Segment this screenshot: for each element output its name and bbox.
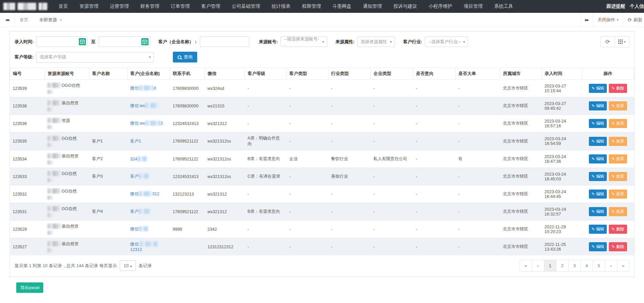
abandon-button[interactable]: ✎放弃 — [609, 119, 627, 128]
page-nav-button[interactable]: » — [617, 260, 629, 272]
refresh-tab-button[interactable]: ⟳ 刷新 — [623, 13, 644, 27]
page-button[interactable]: 1 — [544, 260, 556, 272]
customer-industry-select[interactable]: --选择客户行业-- ▾ — [425, 36, 468, 47]
edit-button[interactable]: ✎编辑 — [589, 207, 607, 216]
nav-item[interactable]: 系统工具 — [488, 3, 519, 9]
nav-item[interactable]: 财务管理 — [135, 3, 165, 9]
edit-button[interactable]: ✎编辑 — [589, 172, 607, 181]
column-header: 是否意向 — [413, 68, 455, 80]
search-button-label: 查询 — [184, 54, 192, 60]
company-link[interactable]: 微信:12312 — [130, 242, 157, 252]
search-button[interactable]: 查询 — [173, 52, 197, 62]
cell-customer-level: - — [245, 238, 286, 256]
abandon-button[interactable]: ✎放弃 — [609, 137, 627, 146]
source-account-label: 来源账号: — [259, 39, 278, 45]
company-link[interactable]: 微信312 — [130, 192, 159, 196]
nav-item[interactable]: 运营管理 — [104, 3, 135, 9]
edit-button[interactable]: ✎编辑 — [589, 154, 607, 163]
source-account-text: GO自然 — [62, 189, 76, 194]
source-attr-select[interactable]: 选择资源属性 ▾ — [357, 36, 395, 47]
redacted-block — [47, 248, 53, 252]
column-header: 企业类型 — [371, 68, 413, 80]
redacted-block — [145, 103, 159, 108]
redacted-block — [139, 174, 149, 179]
customer-level-select[interactable]: 选择客户等级 ▾ — [36, 52, 154, 62]
close-icon[interactable]: ✕ — [59, 18, 63, 22]
calendar-icon[interactable] — [141, 38, 148, 45]
cell-actions: ✎编辑✎放弃 — [582, 150, 634, 168]
customer-company-input[interactable] — [200, 36, 249, 47]
company-link-text: 12312 — [130, 247, 142, 252]
edit-icon: ✎ — [592, 227, 595, 231]
delete-button[interactable]: ✎删除 — [609, 225, 627, 234]
columns-toggle-button[interactable]: ▾ — [615, 36, 629, 47]
company-link[interactable]: 客户 — [130, 209, 151, 214]
page-button[interactable]: 5 — [593, 260, 605, 272]
edit-button[interactable]: ✎编辑 — [589, 225, 607, 234]
company-link[interactable]: 微信:wx2 — [130, 121, 163, 126]
abandon-button[interactable]: ✎放弃 — [609, 172, 627, 181]
company-link[interactable]: 微信:wx — [130, 103, 159, 108]
company-link[interactable]: 客户 — [130, 174, 149, 179]
nav-item[interactable]: 投诉与建议 — [388, 3, 423, 9]
tab[interactable]: 首页 — [14, 13, 34, 27]
nav-item[interactable]: 通知管理 — [357, 3, 388, 9]
edit-button[interactable]: ✎编辑 — [589, 119, 607, 128]
company-link[interactable]: 微信 — [130, 227, 148, 231]
nav-item[interactable]: 客户管理 — [196, 3, 226, 9]
nav-right-item[interactable]: 跟进提醒 — [606, 3, 625, 9]
edit-button[interactable]: ✎编辑 — [589, 137, 607, 146]
company-link[interactable]: 客户1 — [130, 139, 141, 144]
company-link[interactable]: 324 — [130, 157, 147, 161]
tabs-scroll-left-icon[interactable]: ◀◀ — [0, 13, 14, 27]
nav-right-item[interactable]: 个人信息 — [630, 3, 644, 9]
edit-button[interactable]: ✎编辑 — [589, 101, 607, 110]
nav-item[interactable]: 小程序维护 — [423, 3, 458, 9]
nav-item[interactable]: 首页 — [53, 3, 74, 9]
page-button[interactable]: 2 — [556, 260, 569, 272]
edit-button[interactable]: ✎编辑 — [589, 190, 607, 199]
top-nav: 首页资源管理运营管理财务管理订单管理客户管理公司基础管理统计报表权限管理斗墨网盘… — [0, 0, 644, 13]
cell-customer-type: - — [286, 185, 328, 203]
abandon-button[interactable]: ✎放弃 — [609, 154, 627, 163]
column-header: 录入时间 — [542, 68, 582, 80]
delete-button[interactable]: ✎删除 — [609, 242, 627, 251]
tabs: 首页全部资源✕ — [14, 13, 68, 27]
edit-button-label: 编辑 — [596, 85, 604, 91]
page-button[interactable]: 4 — [580, 260, 593, 272]
page-nav-button[interactable]: › — [605, 260, 617, 272]
edit-button[interactable]: ✎编辑 — [589, 84, 607, 93]
page-size-select[interactable]: 10 ▴ — [120, 260, 136, 271]
close-operations-dropdown[interactable]: 关闭操作 ▾ — [593, 13, 623, 27]
nav-item[interactable]: 权限管理 — [296, 3, 327, 9]
page-nav-button[interactable]: ‹ — [532, 260, 544, 272]
cell-is-big-order: - — [456, 168, 500, 185]
cell-enterprise-type: 私人有限责任公司 — [371, 150, 413, 168]
refresh-table-button[interactable]: ⟳ — [601, 36, 615, 47]
tabs-scroll-right-icon[interactable]: ▶▶ — [580, 13, 593, 27]
nav-item[interactable]: 资源管理 — [74, 3, 104, 9]
nav-item[interactable]: 公司基础管理 — [226, 3, 266, 9]
abandon-button[interactable]: ✎放弃 — [609, 190, 627, 199]
cell-industry-type: - — [328, 203, 370, 221]
delete-button[interactable]: ✎删除 — [609, 84, 627, 93]
abandon-button[interactable]: ✎放弃 — [609, 101, 627, 110]
calendar-icon[interactable] — [79, 38, 86, 45]
nav-item[interactable]: 项目管理 — [458, 3, 488, 9]
source-account-select[interactable]: --请选择来源账号-- ▾ — [281, 36, 327, 47]
nav-item[interactable]: 统计报表 — [266, 3, 296, 9]
nav-item[interactable]: 斗墨网盘 — [327, 3, 357, 9]
tab[interactable]: 全部资源✕ — [34, 13, 68, 27]
abandon-button[interactable]: ✎放弃 — [609, 207, 627, 216]
nav-item[interactable]: 订单管理 — [165, 3, 196, 9]
cell-actions: ✎编辑✎删除 — [582, 221, 634, 238]
export-excel-button[interactable]: 导出excel — [16, 282, 43, 293]
page-nav-button[interactable]: « — [520, 260, 532, 272]
company-link-text: 微信 — [130, 227, 139, 231]
cell-actions: ✎编辑✎放弃 — [582, 168, 634, 185]
page-button[interactable]: 3 — [568, 260, 581, 272]
company-link[interactable]: 微信d — [130, 86, 156, 91]
edit-button[interactable]: ✎编辑 — [589, 242, 607, 251]
company-link-text: 324 — [130, 157, 137, 161]
cell-industry-type: - — [328, 132, 370, 150]
